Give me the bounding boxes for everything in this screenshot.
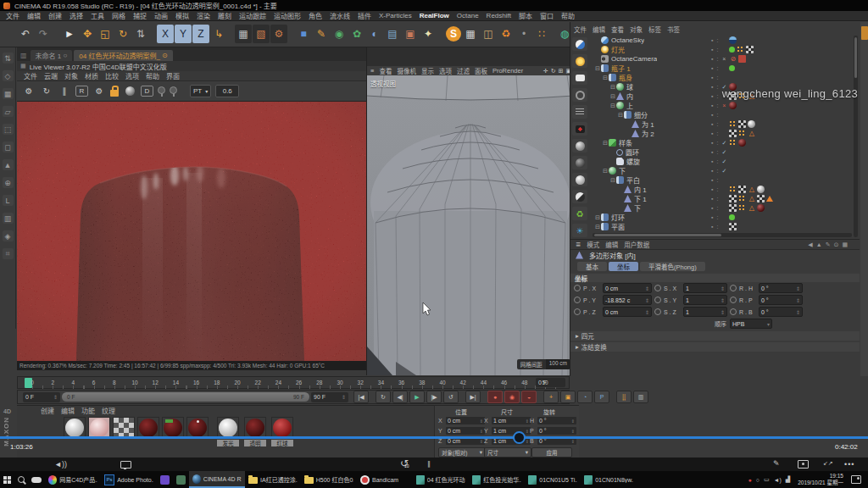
undo-icon[interactable]: ↶ xyxy=(17,25,34,43)
size-mode-dropdown[interactable]: 尺寸▾ xyxy=(484,447,531,458)
object-manager-hscrollbar[interactable] xyxy=(593,233,852,237)
expander-icon[interactable]: ⊟ xyxy=(609,93,616,100)
rotate-tool[interactable]: ↻ xyxy=(114,25,131,43)
display-icon[interactable] xyxy=(120,461,131,469)
more-options-icon[interactable]: ••• xyxy=(844,460,854,469)
px-field[interactable]: 0 cm⇕ xyxy=(603,283,652,293)
render-settings-icon[interactable]: ⚙ xyxy=(92,85,106,98)
object-row-14[interactable]: ⊟下▪ :✓ xyxy=(593,166,852,175)
edges-mode-icon[interactable]: ◻ xyxy=(3,141,14,152)
menu-item-8[interactable]: 模拟 xyxy=(175,11,189,20)
am-tab-0[interactable]: 基本 xyxy=(577,262,607,271)
expander-icon[interactable]: ⊟ xyxy=(609,84,616,91)
visibility-dots[interactable]: ▪ : xyxy=(711,224,719,230)
recycle-icon[interactable]: ♻ xyxy=(572,207,587,220)
object-row-15[interactable]: ⊟平白▪ : xyxy=(593,175,852,185)
menu-item-12[interactable]: 运动图形 xyxy=(274,11,301,20)
am-nav-icon-4[interactable]: ▦ xyxy=(842,241,848,248)
lv-menu-item-1[interactable]: 云端 xyxy=(44,71,58,80)
object-row-9[interactable]: 为 1▪ : xyxy=(593,119,852,129)
battery-icon[interactable]: ▭ xyxy=(764,476,770,483)
key-position-toggle[interactable]: + xyxy=(543,391,559,403)
timeline-ruler[interactable]: 0 F 024681012141618202224262830323436384… xyxy=(17,376,570,389)
object-row-11[interactable]: ⊟样条▪ :✓ xyxy=(593,138,852,147)
menu-item-7[interactable]: 动画 xyxy=(154,11,168,20)
expander-icon[interactable]: ⊟ xyxy=(594,65,601,72)
pz-field[interactable]: 0 cm⇕ xyxy=(603,307,652,317)
object-row-3[interactable]: ⊟瓶子 1▪ : xyxy=(593,64,852,73)
expander-icon[interactable]: ⊟ xyxy=(602,140,609,147)
viewport-menu-item-5[interactable]: 面板 xyxy=(475,66,487,75)
rh-field[interactable]: 0 °⇕ xyxy=(759,283,803,293)
notification-icon[interactable] xyxy=(851,475,861,484)
cm-field-0-0[interactable]: 0 cm⇕ xyxy=(446,417,485,424)
om-menu-item-1[interactable]: 编辑 xyxy=(593,25,605,34)
visibility-dots[interactable]: ▪ : xyxy=(711,177,719,183)
am-menu-item-0[interactable]: 模式 xyxy=(587,240,599,249)
am-menu-item-1[interactable]: 编辑 xyxy=(605,240,618,249)
object-row-12[interactable]: 圆环▪ :✓ xyxy=(593,147,852,157)
render-view-button[interactable]: ▦ xyxy=(235,25,252,43)
cm-field-1-0[interactable]: 0 cm⇕ xyxy=(446,427,485,435)
object-row-18[interactable]: 下▪ :△ xyxy=(593,203,852,213)
video-progress-knob[interactable] xyxy=(513,431,526,444)
camera-button[interactable]: ▣ xyxy=(402,25,419,43)
menu-item-21[interactable]: 窗口 xyxy=(540,11,554,20)
visibility-dots[interactable]: ▪ : xyxy=(711,214,719,220)
tag-dots-icon[interactable] xyxy=(729,139,737,147)
tag-green-icon[interactable] xyxy=(729,47,735,53)
lv-render-icon[interactable] xyxy=(572,37,587,51)
menu-item-5[interactable]: 网格 xyxy=(112,11,125,20)
lock-resolution-icon[interactable] xyxy=(110,90,119,97)
lv-menu-item-7[interactable]: 界面 xyxy=(166,71,180,80)
keyframe-selection-button[interactable]: ⣿ xyxy=(616,391,632,403)
tag-checker-icon[interactable] xyxy=(729,223,737,230)
tag-balldark-icon[interactable] xyxy=(757,204,765,212)
object-row-8[interactable]: ⊟细分▪ : xyxy=(593,110,852,119)
lv-menu-item-2[interactable]: 对象 xyxy=(64,71,78,80)
next-frame-button[interactable]: |▶ xyxy=(426,391,442,403)
viewport-canvas[interactable] xyxy=(367,75,574,375)
menu-item-4[interactable]: 工具 xyxy=(91,11,104,20)
tag-balldark-icon[interactable] xyxy=(729,102,737,109)
object-row-7[interactable]: ⊟上▪ :× xyxy=(593,101,852,110)
tag-checker-icon[interactable] xyxy=(746,46,754,53)
visibility-dots[interactable]: ▪ : xyxy=(711,47,719,53)
render-region-button[interactable]: ▧ xyxy=(253,25,270,43)
pen-spline-button[interactable]: ✎ xyxy=(313,25,330,43)
autokey-button[interactable]: ◉ xyxy=(504,391,520,403)
key-scale-toggle[interactable]: ▣ xyxy=(560,391,576,403)
menu-item-19[interactable]: Redshift xyxy=(487,12,511,19)
record-keyframe-button[interactable]: ● xyxy=(487,391,503,403)
pause-render-icon[interactable]: ∥ xyxy=(58,85,71,98)
key-circle-icon[interactable] xyxy=(730,297,737,303)
tag-tri-icon[interactable]: △ xyxy=(748,130,755,137)
orbit-icon[interactable]: ↻ xyxy=(551,68,556,75)
pick-material-icon[interactable] xyxy=(170,86,177,94)
om-menu-item-2[interactable]: 查看 xyxy=(611,25,624,34)
search-button[interactable] xyxy=(14,471,28,488)
pick-focus-icon[interactable] xyxy=(158,86,165,94)
app-cinema4d[interactable]: CINEMA 4D R... xyxy=(189,471,245,488)
rp-field[interactable]: 0 °⇕ xyxy=(759,295,803,305)
region-render-icon[interactable]: R xyxy=(75,86,88,97)
menu-item-14[interactable]: 流水线 xyxy=(330,11,350,20)
menu-item-11[interactable]: 运动跟踪 xyxy=(239,11,266,20)
tag-dots-icon[interactable] xyxy=(738,204,746,212)
video-progress-bar[interactable] xyxy=(0,436,868,439)
cm-field-1-1[interactable]: 1 cm⇕ xyxy=(492,427,531,435)
tag-tri-icon[interactable]: △ xyxy=(748,195,755,202)
deformer-button[interactable]: ✿ xyxy=(348,25,365,43)
cm-field-0-2[interactable]: 0 °⇕ xyxy=(537,417,576,424)
tag-checker-icon[interactable] xyxy=(757,195,765,202)
tag-checker-icon[interactable] xyxy=(738,120,746,128)
x-axis-lock[interactable]: X xyxy=(157,25,174,43)
tag-balldark-icon[interactable] xyxy=(738,139,746,147)
light-button[interactable]: ✦ xyxy=(420,25,437,43)
sun-light-icon[interactable] xyxy=(572,54,587,68)
app-purple[interactable] xyxy=(157,471,173,488)
camera-record-icon[interactable] xyxy=(572,122,587,136)
live-selection-tool[interactable]: ► xyxy=(61,25,78,43)
recycle-icon[interactable]: ♻ xyxy=(498,25,515,43)
tag-dots-icon[interactable] xyxy=(738,130,746,137)
